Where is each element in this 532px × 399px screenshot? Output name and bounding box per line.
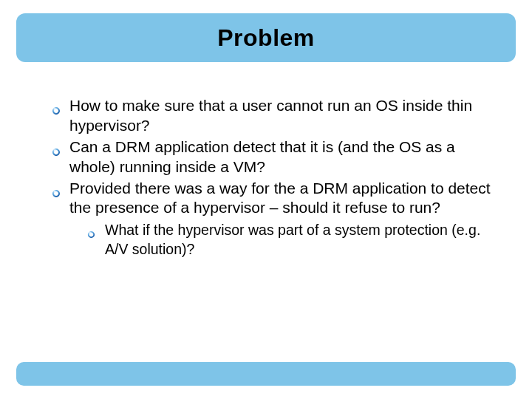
bullet-icon bbox=[52, 100, 61, 109]
list-item: Provided there was a way for the a DRM a… bbox=[52, 179, 502, 259]
bullet-list: How to make sure that a user cannot run … bbox=[52, 96, 502, 259]
bullet-icon bbox=[52, 183, 61, 192]
sub-list-item-text: What if the hypervisor was part of a sys… bbox=[105, 222, 480, 256]
bullet-icon bbox=[87, 225, 95, 233]
slide-title: Problem bbox=[217, 24, 315, 52]
footer-bar bbox=[16, 362, 516, 386]
svg-point-1 bbox=[54, 149, 56, 151]
svg-point-0 bbox=[54, 108, 56, 109]
list-item: How to make sure that a user cannot run … bbox=[52, 96, 502, 136]
svg-point-3 bbox=[89, 232, 91, 233]
list-item-text: How to make sure that a user cannot run … bbox=[69, 97, 472, 134]
list-item-text: Provided there was a way for the a DRM a… bbox=[69, 180, 491, 216]
svg-point-2 bbox=[54, 191, 56, 192]
sub-list-item: What if the hypervisor was part of a sys… bbox=[87, 221, 502, 259]
sub-list: What if the hypervisor was part of a sys… bbox=[87, 221, 502, 259]
title-bar: Problem bbox=[16, 13, 516, 62]
list-item: Can a DRM application detect that it is … bbox=[52, 137, 502, 177]
list-item-text: Can a DRM application detect that it is … bbox=[69, 138, 455, 175]
slide-content: How to make sure that a user cannot run … bbox=[52, 96, 502, 260]
bullet-icon bbox=[52, 142, 61, 151]
